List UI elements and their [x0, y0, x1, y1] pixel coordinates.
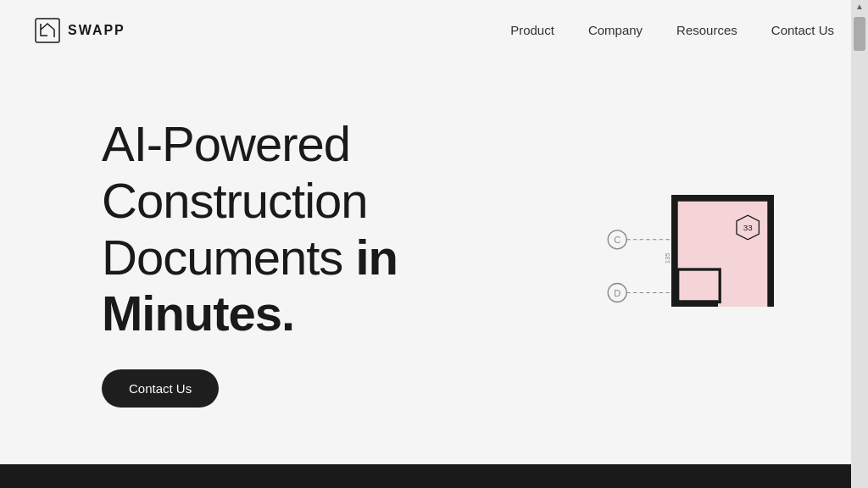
hero-title-line1: AI-Powered Construction [102, 116, 368, 228]
scrollbar-track[interactable]: ▲ [851, 0, 868, 488]
navbar: SWAPP Product Company Resources Contact … [0, 0, 868, 61]
swapp-logo-icon [34, 17, 61, 44]
hero-title: AI-Powered Construction Documents in Min… [102, 116, 597, 342]
hero-title-line2-normal: Documents [102, 230, 355, 285]
nav-contact-us[interactable]: Contact Us [771, 23, 834, 37]
blueprint-svg: C D 33 135 [597, 186, 783, 335]
nav-product[interactable]: Product [510, 23, 554, 37]
nav-links: Product Company Resources Contact Us [510, 23, 834, 38]
svg-text:D: D [614, 288, 620, 298]
logo[interactable]: SWAPP [34, 17, 125, 44]
logo-text: SWAPP [68, 23, 125, 38]
hero-cta-button[interactable]: Contact Us [102, 369, 219, 408]
svg-rect-0 [36, 19, 59, 42]
svg-text:33: 33 [743, 223, 754, 232]
svg-text:135: 135 [664, 252, 671, 263]
svg-text:C: C [614, 235, 620, 245]
nav-company[interactable]: Company [588, 23, 643, 37]
hero-content: AI-Powered Construction Documents in Min… [102, 116, 597, 408]
blueprint-illustration: C D 33 135 [597, 186, 783, 338]
scrollbar-thumb[interactable] [854, 17, 865, 51]
svg-rect-1 [671, 195, 774, 307]
svg-rect-3 [671, 195, 774, 202]
svg-rect-4 [767, 195, 774, 307]
hero-section: AI-Powered Construction Documents in Min… [0, 61, 868, 463]
nav-resources[interactable]: Resources [676, 23, 737, 37]
bottom-bar [0, 464, 851, 488]
scrollbar-up-arrow[interactable]: ▲ [855, 0, 864, 14]
